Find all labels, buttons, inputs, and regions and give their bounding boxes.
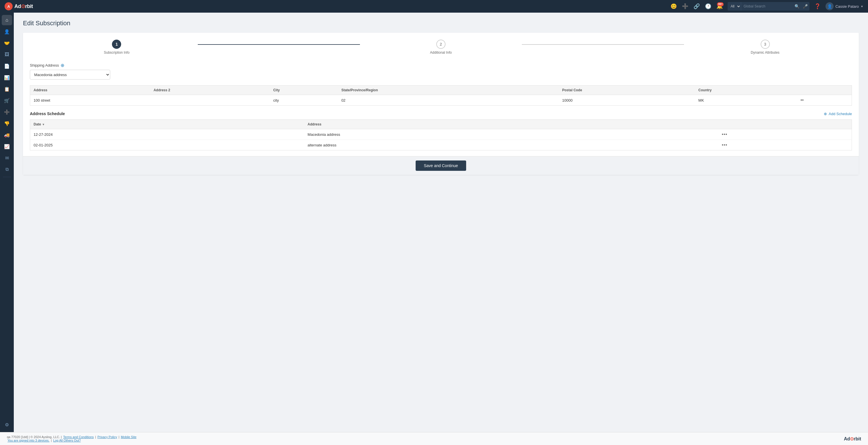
col-state: State/Province/Region	[338, 86, 559, 95]
step-3-label: Dynamic Attributes	[751, 51, 780, 55]
terms-link[interactable]: Terms and Conditions	[63, 435, 94, 439]
privacy-link[interactable]: Privacy Policy	[97, 435, 117, 439]
step-1: 1 Subscription Info	[36, 40, 198, 55]
action-bar: Save and Continue	[23, 156, 859, 175]
notification-badge: 99+	[717, 2, 724, 6]
schedule-row-2-menu-button[interactable]: •••	[722, 142, 727, 148]
col-country: Country	[695, 86, 797, 95]
sidebar-item-bar-chart[interactable]: 📈	[2, 141, 12, 152]
schedule-row: 02-01-2025 alternate address •••	[30, 140, 852, 150]
username: Cassie Pataro	[835, 4, 859, 9]
sidebar-item-cart[interactable]: 🛒	[2, 95, 12, 106]
step-1-circle: 1	[112, 40, 121, 49]
logo-icon: A	[5, 2, 12, 10]
sidebar-item-document[interactable]: 📄	[2, 61, 12, 71]
help-icon: ❓	[814, 3, 820, 9]
plus-icon-btn[interactable]: ➕	[681, 2, 690, 11]
step-3-circle: 3	[761, 40, 770, 49]
user-avatar: 👤	[826, 2, 834, 10]
footer-links: qa 77020 [1dd] | © 2024 Aysling, LLC. | …	[7, 435, 137, 442]
sidebar-item-envelope[interactable]: ✉	[2, 153, 12, 163]
step-line-2	[522, 44, 684, 45]
user-menu[interactable]: 👤 Cassie Pataro ▼	[826, 2, 863, 10]
link-icon-btn[interactable]: 🔗	[692, 2, 701, 11]
footer-copyright: qa 77020 [1dd] | © 2024 Aysling, LLC.	[7, 435, 60, 439]
search-input[interactable]	[741, 4, 793, 8]
activity-icon: 😊	[671, 3, 677, 9]
main-card: 1 Subscription Info 2 Additional Info 3	[23, 33, 859, 175]
col-actions	[797, 86, 852, 95]
sidebar-item-handshake[interactable]: 🤝	[2, 38, 12, 48]
shipping-address-section: Shipping Address ⊕ Macedonia address alt…	[30, 63, 852, 80]
address-row: 100 street city 02 10000 MK ✏	[30, 95, 852, 106]
notification-icon-btn[interactable]: 🔔 99+	[715, 2, 724, 11]
step-1-label: Subscription Info	[104, 51, 129, 55]
sched-action-2: •••	[718, 140, 851, 150]
sidebar-item-thumbsdown[interactable]: 👎	[2, 118, 12, 129]
mobile-link[interactable]: Mobile Site	[121, 435, 136, 439]
app-logo[interactable]: A Ad⊙rbit	[5, 2, 33, 10]
schedule-row-1-menu-button[interactable]: •••	[722, 132, 727, 137]
link-icon: 🔗	[693, 3, 700, 9]
search-button[interactable]: 🔍	[793, 4, 801, 9]
addr-edit-cell: ✏	[797, 95, 852, 106]
sched-date-2: 02-01-2025	[30, 140, 304, 150]
col-sched-address: Address	[304, 120, 718, 129]
sidebar: ⌂ 👤 🤝 🖼 📄 📊 📋 🛒 ➕ 👎 🚚 📈 ✉ ⧉ ⚙	[0, 12, 14, 432]
sched-addr-1: Macedonia address	[304, 129, 718, 140]
shipping-address-dropdown[interactable]: Macedonia address alternate address	[30, 70, 110, 80]
sidebar-item-settings[interactable]: ⚙	[2, 419, 12, 430]
page-footer: qa 77020 [1dd] | © 2024 Aysling, LLC. | …	[0, 432, 868, 445]
topnav: A Ad⊙rbit 😊 ➕ 🔗 🕐 🔔 99+ All 🔍 🎤 ❓ �	[0, 0, 868, 12]
sidebar-item-users[interactable]: 👤	[2, 26, 12, 37]
col-address: Address	[30, 86, 150, 95]
col-postal: Postal Code	[559, 86, 695, 95]
address-schedule-header: Address Schedule ⊕ Add Schedule	[30, 111, 852, 116]
addr-state: 02	[338, 95, 559, 106]
sidebar-item-plus-box[interactable]: ➕	[2, 107, 12, 117]
help-icon-btn[interactable]: ❓	[813, 2, 822, 11]
col-date: Date ▼	[30, 120, 304, 129]
sched-date-1: 12-27-2024	[30, 129, 304, 140]
log-out-link[interactable]: Log All Others Out?	[53, 439, 81, 442]
addr-street2	[150, 95, 270, 106]
schedule-table: Date ▼ Address 12-27-2024 Macedonia addr…	[30, 119, 852, 150]
step-3: 3 Dynamic Attributes	[684, 40, 846, 55]
sidebar-item-image[interactable]: 🖼	[2, 49, 12, 60]
edit-address-button[interactable]: ✏	[801, 98, 804, 103]
clock-icon: 🕐	[705, 3, 711, 9]
add-schedule-button[interactable]: ⊕ Add Schedule	[824, 112, 852, 116]
col-city: City	[270, 86, 338, 95]
step-2-label: Additional Info	[430, 51, 452, 55]
sched-addr-2: alternate address	[304, 140, 718, 150]
chevron-down-icon: ▼	[861, 5, 863, 8]
addr-country: MK	[695, 95, 797, 106]
sidebar-item-chart[interactable]: 📊	[2, 72, 12, 83]
activity-icon-btn[interactable]: 😊	[669, 2, 678, 11]
save-continue-button[interactable]: Save and Continue	[415, 160, 466, 171]
address-schedule-title: Address Schedule	[30, 111, 65, 116]
address-table: Address Address 2 City State/Province/Re…	[30, 85, 852, 106]
search-area: All 🔍 🎤	[727, 2, 809, 11]
addr-postal: 10000	[559, 95, 695, 106]
step-line-1	[198, 44, 360, 45]
sidebar-item-layers[interactable]: ⧉	[2, 164, 12, 175]
sidebar-item-truck[interactable]: 🚚	[2, 130, 12, 140]
col-address2: Address 2	[150, 86, 270, 95]
topnav-icons: 😊 ➕ 🔗 🕐 🔔 99+	[669, 2, 724, 11]
plus-icon: ➕	[682, 3, 688, 9]
footer-logo: Ad⊙rbit	[844, 436, 861, 442]
signed-in-link[interactable]: You are signed into 3 devices.	[7, 439, 50, 442]
sched-action-1: •••	[718, 129, 851, 140]
add-shipping-icon[interactable]: ⊕	[61, 63, 64, 68]
addr-street: 100 street	[30, 95, 150, 106]
sidebar-item-home[interactable]: ⌂	[2, 15, 12, 25]
microphone-button[interactable]: 🎤	[801, 4, 809, 9]
step-2-circle: 2	[436, 40, 445, 49]
page-title: Edit Subscription	[23, 20, 859, 27]
sidebar-item-clipboard[interactable]: 📋	[2, 84, 12, 94]
shipping-label: Shipping Address ⊕	[30, 63, 852, 68]
add-schedule-icon: ⊕	[824, 112, 827, 116]
clock-icon-btn[interactable]: 🕐	[704, 2, 713, 11]
search-scope-dropdown[interactable]: All	[727, 2, 741, 11]
